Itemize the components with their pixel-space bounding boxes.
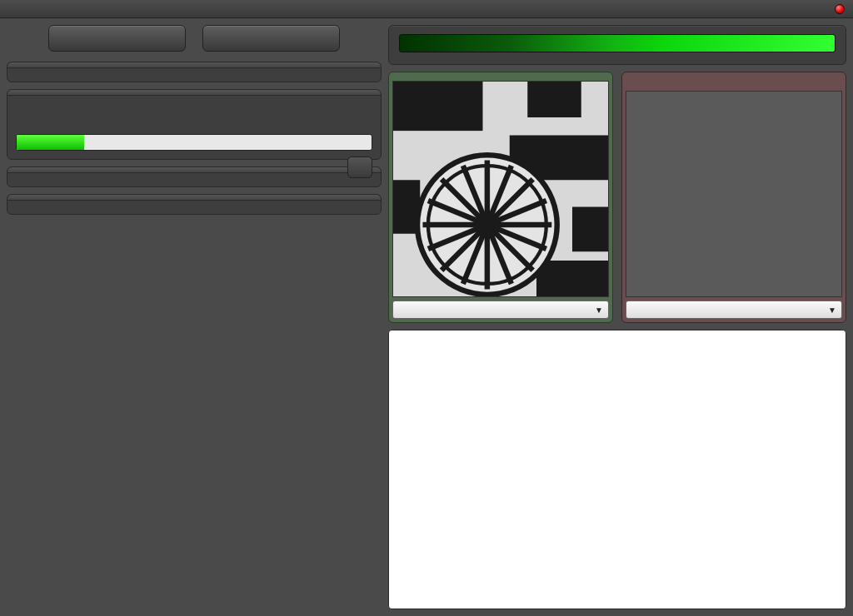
svg-rect-5: [536, 261, 608, 296]
test-setup-panel: [7, 62, 382, 82]
chevron-down-icon: ▼: [828, 306, 836, 315]
before-preview: ▼: [388, 72, 613, 323]
svg-rect-2: [527, 82, 581, 117]
expert-header: [7, 195, 381, 201]
before-dropdown[interactable]: ▼: [392, 301, 609, 319]
after-thumb: [626, 91, 842, 297]
expert-panel: [7, 194, 382, 215]
afma-slider-panel: [388, 25, 846, 65]
afma-ticks: [399, 52, 836, 56]
status-led-icon: [835, 4, 845, 14]
progress-bar: [16, 134, 372, 151]
results-header: [7, 167, 381, 173]
chevron-down-icon: ▼: [595, 306, 603, 315]
settings-status: [830, 0, 845, 18]
afma-slider[interactable]: [399, 34, 836, 52]
focus-quality-chart: [388, 330, 846, 609]
results-panel: [7, 166, 382, 187]
save-report-button[interactable]: [347, 156, 372, 178]
svg-point-17: [475, 212, 500, 237]
stop-button[interactable]: [202, 25, 340, 52]
test-info-panel: [7, 89, 382, 160]
target-setup-button[interactable]: [48, 25, 186, 52]
svg-rect-1: [393, 82, 483, 131]
focus-target-icon: [393, 82, 608, 296]
after-dropdown[interactable]: ▼: [626, 301, 842, 319]
after-preview: . ▼: [621, 72, 846, 323]
test-setup-header: [7, 62, 381, 68]
before-thumb: [392, 81, 609, 297]
titlebar: [0, 0, 853, 18]
test-info-header: [7, 90, 381, 96]
svg-rect-4: [572, 207, 608, 252]
